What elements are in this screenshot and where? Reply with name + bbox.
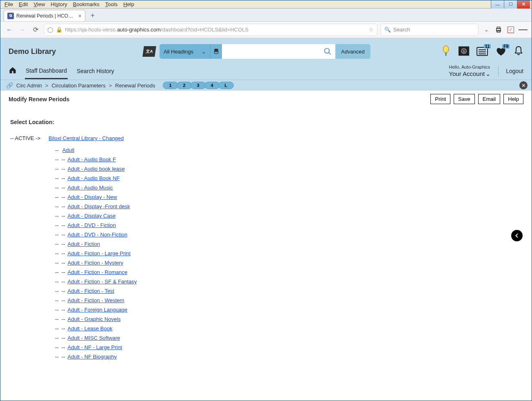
location-link[interactable]: Adult - Fiction - Romance [68, 269, 128, 275]
menu-history[interactable]: History [48, 1, 69, 8]
balloon-icon[interactable] [440, 45, 452, 58]
language-icon[interactable]: 文A [142, 46, 156, 57]
location-link[interactable]: Adult - Foreign Language [68, 307, 128, 313]
headings-dropdown-label: All Headings [164, 49, 193, 55]
help-button[interactable]: Help [503, 94, 523, 104]
close-panel-icon[interactable]: ✕ [519, 81, 528, 89]
location-link[interactable]: Adult - Lease Book [68, 325, 113, 332]
pocket-icon[interactable]: ⌄ [482, 25, 491, 34]
location-link[interactable]: Adult - Fiction - Mystery [68, 260, 124, 266]
location-item: -- --Adult - Fiction - Mystery [49, 258, 522, 267]
location-link-adult[interactable]: Adult [62, 147, 75, 153]
nav-forward-icon[interactable]: → [18, 25, 27, 35]
catalog-search-button[interactable] [320, 44, 335, 59]
breadcrumb-circulation-parameters[interactable]: Circulation Parameters [51, 82, 105, 89]
menu-edit[interactable]: Edit [16, 1, 30, 8]
security-square-icon[interactable]: ✓ [506, 25, 515, 34]
nav-staff-dashboard[interactable]: Staff Dashboard [25, 63, 68, 79]
url-text: https://qa-hcols-verso.auto-graphics.com… [65, 27, 366, 33]
headings-dropdown[interactable]: All Headings ⌄ [160, 44, 211, 59]
location-link[interactable]: Adult - DVD - Non-Fiction [68, 232, 128, 238]
window-minimize-button[interactable]: — [491, 0, 504, 9]
svg-point-4 [325, 49, 330, 53]
step-pill-L[interactable]: L [218, 82, 234, 89]
url-bar[interactable]: ◯ 🔒 https://qa-hcols-verso.auto-graphics… [44, 24, 377, 36]
print-icon[interactable] [494, 25, 503, 34]
hello-text: Hello, Auto-Graphics [449, 65, 491, 70]
tab-close-icon[interactable]: × [78, 13, 82, 19]
shield-icon[interactable]: ◯ [47, 27, 53, 33]
location-item: -- --Adult - Display Case [49, 211, 522, 221]
scan-coin-icon[interactable]: $ [458, 45, 470, 58]
location-item: -- --Adult - Audio Book F [49, 155, 522, 164]
location-link[interactable]: Adult - Fiction - Western [68, 297, 124, 303]
breadcrumb-circ-admin[interactable]: Circ Admin [16, 82, 42, 89]
location-link[interactable]: Adult - Audio Book F [68, 156, 116, 163]
hamburger-menu-icon[interactable] [519, 25, 528, 34]
location-link[interactable]: Adult - Audio book lease [68, 166, 125, 172]
location-link[interactable]: Adult - Audio Music [68, 185, 113, 191]
location-link[interactable]: Adult - NF - Large Print [68, 344, 122, 350]
location-list: -- Adult -- --Adult - Audio Book F-- --A… [49, 145, 522, 361]
bookmark-star-icon[interactable]: ☆ [369, 27, 374, 33]
news-list-icon[interactable]: 11 [476, 46, 488, 57]
lock-icon[interactable]: 🔒 [56, 27, 62, 33]
nav-back-icon[interactable]: ← [4, 25, 14, 35]
location-item: -- --Adult - DVD - Fiction [49, 221, 522, 230]
window-maximize-button[interactable]: ☐ [504, 0, 517, 9]
location-link[interactable]: Adult - Fiction - Large Print [68, 250, 131, 256]
step-pill-4[interactable]: 4 [204, 82, 220, 89]
location-link[interactable]: Adult - NF Biography [68, 354, 117, 360]
menu-view[interactable]: View [31, 1, 47, 8]
menu-file[interactable]: File [2, 1, 16, 8]
save-button[interactable]: Save [454, 94, 475, 104]
print-button[interactable]: Print [430, 94, 450, 104]
select-location-label: Select Location: [10, 119, 522, 125]
browser-tab[interactable]: ⧉ Renewal Periods | HCOLS | hcol × [4, 10, 85, 21]
your-account-dropdown[interactable]: Your Account ⌄ [449, 70, 491, 78]
nav-reload-icon[interactable]: ⟳ [31, 25, 40, 35]
active-marker: -- ACTIVE -> [10, 135, 40, 361]
step-pill-2[interactable]: 2 [177, 82, 192, 89]
location-link[interactable]: Adult - Graphic Novels [68, 316, 121, 322]
svg-line-5 [329, 53, 331, 55]
step-pill-1[interactable]: 1 [163, 82, 178, 89]
home-icon[interactable] [9, 66, 17, 76]
root-location-link[interactable]: Biloxi Central Library - Changed [49, 135, 124, 141]
svg-text:$: $ [463, 49, 465, 52]
location-link[interactable]: Adult - Display Case [68, 213, 116, 219]
logout-link[interactable]: Logout [506, 68, 523, 74]
step-pill-3[interactable]: 3 [191, 82, 206, 89]
notifications-bell-icon[interactable] [514, 46, 523, 58]
breadcrumb-bar: 🔗 Circ Admin > Circulation Parameters > … [0, 80, 532, 91]
menu-tools[interactable]: Tools [103, 1, 120, 8]
tab-favicon-icon: ⧉ [7, 13, 14, 19]
breadcrumb-renewal-periods[interactable]: Renewal Periods [115, 82, 155, 89]
location-link[interactable]: Adult - MISC Software [68, 335, 120, 341]
location-item: -- --Adult - Foreign Language [49, 305, 522, 314]
location-link[interactable]: Adult - Fiction [68, 241, 100, 247]
account-block: Hello, Auto-Graphics Your Account ⌄ [449, 65, 491, 77]
menu-help[interactable]: Help [121, 1, 137, 8]
nav-search-history[interactable]: Search History [76, 64, 115, 78]
location-link[interactable]: Adult - Fiction - Test [68, 288, 115, 294]
location-link[interactable]: Adult - Display - New [68, 194, 117, 200]
location-link[interactable]: Adult - Audio Book NF [68, 175, 120, 181]
content-scroll-area[interactable]: Select Location: -- ACTIVE -> Biloxi Cen… [0, 107, 532, 401]
window-close-button[interactable]: ✕ [517, 0, 530, 9]
location-link[interactable]: Adult - Display -Front desk [68, 203, 130, 209]
side-panel-toggle-icon[interactable] [511, 230, 523, 241]
location-link[interactable]: Adult - DVD - Fiction [68, 222, 116, 228]
location-item: -- --Adult - Audio Music [49, 183, 522, 192]
location-link[interactable]: Adult - Fiction - SF & Fantasy [68, 278, 137, 285]
new-tab-button[interactable]: + [88, 11, 98, 20]
favorites-heart-icon[interactable]: F9 [495, 46, 507, 57]
advanced-search-button[interactable]: Advanced [335, 44, 370, 59]
catalog-search-input[interactable] [222, 44, 320, 59]
browser-search-box[interactable]: 🔍 Search [381, 24, 479, 36]
email-button[interactable]: Email [478, 94, 501, 104]
menu-bookmarks[interactable]: Bookmarks [71, 1, 102, 8]
location-item: -- --Adult - Graphic Novels [49, 314, 522, 324]
os-menubar: File Edit View History Bookmarks Tools H… [0, 0, 532, 9]
database-icon[interactable] [211, 44, 222, 59]
